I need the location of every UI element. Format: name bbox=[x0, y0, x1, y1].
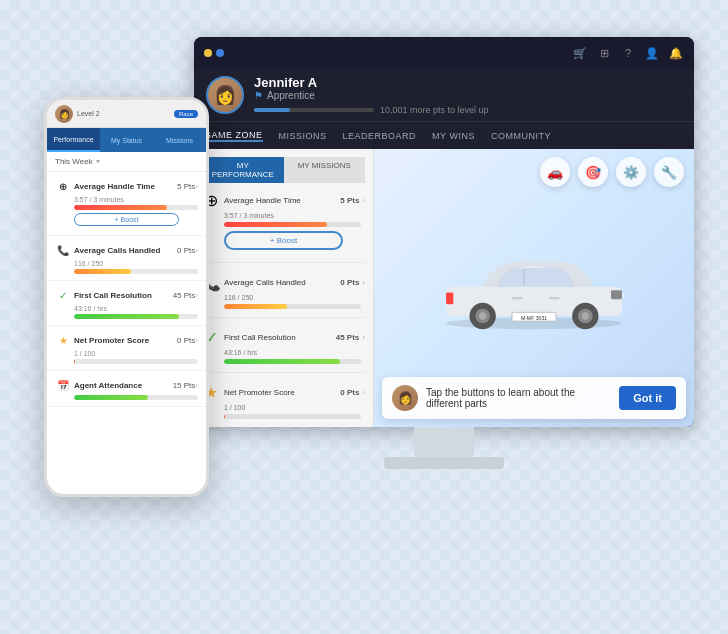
phone-metric-sub-1: 116 / 250 bbox=[74, 260, 198, 267]
phone-chevron-down-icon[interactable]: ▾ bbox=[96, 157, 100, 166]
profile-progress: 10,001 more pts to level up bbox=[254, 105, 682, 115]
got-it-button[interactable]: Got it bbox=[619, 386, 676, 410]
progress-text: 10,001 more pts to level up bbox=[380, 105, 489, 115]
metric-bar-fill-0 bbox=[224, 222, 327, 227]
tooltip-text: Tap the buttons to learn about the diffe… bbox=[426, 387, 611, 409]
phone-bar-bg-1 bbox=[74, 269, 198, 274]
phone-metric-header-3: ★ Net Promoter Score 0 Pts › bbox=[55, 332, 198, 348]
tooltip-bar: 👩 Tap the buttons to learn about the dif… bbox=[382, 377, 686, 419]
metric-bar-1 bbox=[224, 304, 361, 309]
nav-tab-missions[interactable]: MISSIONS bbox=[279, 131, 327, 141]
metric-value-1: 116 / 250 bbox=[224, 294, 365, 301]
progress-bar-bg bbox=[254, 108, 374, 112]
car-icon-gear[interactable]: 🔧 bbox=[654, 157, 684, 187]
phone-tab-status[interactable]: My Status bbox=[100, 128, 153, 152]
metric-header-1: 📞 Average Calls Handled 0 Pts › bbox=[202, 273, 365, 291]
bell-icon[interactable]: 🔔 bbox=[668, 45, 684, 61]
metric-value-2: 43:16 / hrs bbox=[224, 349, 365, 356]
metric-item-0: ⊕ Average Handle Time 5 Pts › 3:57 / 3 m… bbox=[202, 191, 365, 263]
svg-rect-11 bbox=[512, 297, 523, 299]
metric-bar-fill-3 bbox=[224, 414, 225, 419]
desktop-topbar: 🛒 ⊞ ? 👤 🔔 bbox=[194, 37, 694, 69]
phone-tab-missions[interactable]: Missions bbox=[153, 128, 206, 152]
metric-pts-2: 45 Pts bbox=[336, 333, 360, 342]
sub-tab-missions[interactable]: MY MISSIONS bbox=[284, 157, 366, 183]
svg-rect-13 bbox=[611, 290, 622, 299]
phone-bar-fill-4 bbox=[74, 395, 148, 400]
metric-item-3: ★ Net Promoter Score 0 Pts › 1 / 100 bbox=[202, 383, 365, 427]
phone-boost-button-0[interactable]: + Boost bbox=[74, 213, 179, 226]
avatar: 👩 bbox=[206, 76, 244, 114]
metric-header-0: ⊕ Average Handle Time 5 Pts › bbox=[202, 191, 365, 209]
help-icon[interactable]: ? bbox=[620, 45, 636, 61]
metric-item-1: 📞 Average Calls Handled 0 Pts › 116 / 25… bbox=[202, 273, 365, 318]
nav-tab-gamezone[interactable]: GAME ZONE bbox=[204, 130, 263, 142]
rank-flag-icon: ⚑ bbox=[254, 90, 263, 101]
car-icon-car[interactable]: 🚗 bbox=[540, 157, 570, 187]
svg-rect-2 bbox=[523, 267, 524, 285]
metric-name-0: Average Handle Time bbox=[224, 196, 340, 205]
monitor-stand bbox=[414, 427, 474, 457]
profile-info: Jennifer A ⚑ Apprentice 10,001 more pts … bbox=[254, 75, 682, 115]
phone-bar-fill-2 bbox=[74, 314, 179, 319]
phone-metric-4: 📅 Agent Attendance 15 Pts › bbox=[47, 371, 206, 407]
right-panel: 🚗 🎯 ⚙️ 🔧 bbox=[374, 149, 694, 427]
sub-tab-performance[interactable]: MY PERFORMANCE bbox=[202, 157, 284, 183]
svg-text:M-MF 3031: M-MF 3031 bbox=[521, 315, 547, 321]
user-rank: ⚑ Apprentice bbox=[254, 90, 682, 101]
phone-metric-arrow-3: › bbox=[195, 336, 198, 345]
phone-metric-sub-0: 3:57 / 3 minutes bbox=[74, 196, 198, 203]
metric-value-0: 3:57 / 3 minutes bbox=[224, 212, 365, 219]
phone-bar-fill-1 bbox=[74, 269, 131, 274]
phone-topbar: 👩 Level 2 Race bbox=[47, 100, 206, 128]
phone-metric-name-2: First Call Resolution bbox=[74, 291, 173, 300]
user-icon[interactable]: 👤 bbox=[644, 45, 660, 61]
phone-metric-pts-3: 0 Pts bbox=[177, 336, 195, 345]
left-panel: MY PERFORMANCE MY MISSIONS ⊕ Average Han… bbox=[194, 149, 374, 427]
svg-rect-12 bbox=[549, 297, 560, 299]
metric-pts-3: 0 Pts bbox=[340, 388, 359, 397]
phone-metric-icon-2: ✓ bbox=[55, 287, 71, 303]
phone-week-label: This Week bbox=[55, 157, 93, 166]
metric-arrow-1: › bbox=[362, 278, 365, 287]
metric-pts-1: 0 Pts bbox=[340, 278, 359, 287]
metric-item-2: ✓ First Call Resolution 45 Pts › 43:16 /… bbox=[202, 328, 365, 373]
phone-metric-pts-0: 5 Pts bbox=[177, 182, 195, 191]
phone-avatar: 👩 bbox=[55, 105, 73, 123]
car-icon-wheel[interactable]: 🎯 bbox=[578, 157, 608, 187]
phone-badge[interactable]: Race bbox=[174, 110, 198, 118]
phone-metric-header-2: ✓ First Call Resolution 45 Pts › bbox=[55, 287, 198, 303]
svg-point-5 bbox=[479, 312, 486, 319]
phone-metric-3: ★ Net Promoter Score 0 Pts › 1 / 100 bbox=[47, 326, 206, 371]
phone-metric-pts-4: 15 Pts bbox=[173, 381, 196, 390]
monitor-base bbox=[384, 457, 504, 469]
phone-bar-fill-3 bbox=[74, 359, 75, 364]
phone-bar-bg-4 bbox=[74, 395, 198, 400]
content-area: MY PERFORMANCE MY MISSIONS ⊕ Average Han… bbox=[194, 149, 694, 427]
car-icon-engine[interactable]: ⚙️ bbox=[616, 157, 646, 187]
phone-metric-icon-1: 📞 bbox=[55, 242, 71, 258]
cart-icon[interactable]: 🛒 bbox=[572, 45, 588, 61]
phone-bar-bg-0 bbox=[74, 205, 198, 210]
metric-bar-fill-2 bbox=[224, 359, 340, 364]
metric-value-3: 1 / 100 bbox=[224, 404, 365, 411]
phone-bar-bg-3 bbox=[74, 359, 198, 364]
metric-header-3: ★ Net Promoter Score 0 Pts › bbox=[202, 383, 365, 401]
phone-metric-sub-3: 1 / 100 bbox=[74, 350, 198, 357]
phone-tab-performance[interactable]: Performance bbox=[47, 128, 100, 152]
metric-header-2: ✓ First Call Resolution 45 Pts › bbox=[202, 328, 365, 346]
phone-metric-pts-1: 0 Pts bbox=[177, 246, 195, 255]
phone-metric-icon-3: ★ bbox=[55, 332, 71, 348]
phone-bar-fill-0 bbox=[74, 205, 167, 210]
phone-metric-icon-0: ⊕ bbox=[55, 178, 71, 194]
mobile-phone: 👩 Level 2 Race Performance My Status Mis… bbox=[44, 97, 209, 497]
nav-tab-leaderboard[interactable]: LEADERBOARD bbox=[343, 131, 417, 141]
nav-tab-community[interactable]: COMMUNITY bbox=[491, 131, 551, 141]
metric-arrow-3: › bbox=[362, 388, 365, 397]
progress-bar-fill bbox=[254, 108, 290, 112]
nav-tab-mywins[interactable]: MY WINS bbox=[432, 131, 475, 141]
metric-arrow-0: › bbox=[362, 196, 365, 205]
phone-tabs: Performance My Status Missions bbox=[47, 128, 206, 152]
expand-icon[interactable]: ⊞ bbox=[596, 45, 612, 61]
boost-button-0[interactable]: + Boost bbox=[224, 231, 343, 250]
